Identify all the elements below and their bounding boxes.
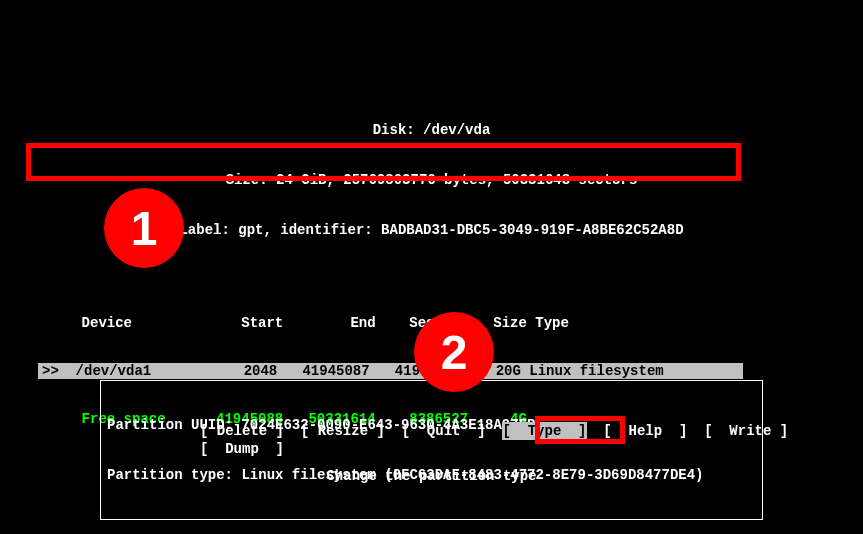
quit-button[interactable]: [ Quit ] [402, 423, 486, 439]
dump-button[interactable]: [ Dump ] [200, 441, 284, 457]
menu-bar: [ Delete ] [ Resize ] [ Quit ] [ Type ] … [0, 422, 863, 458]
annotation-badge-1: 1 [104, 188, 184, 268]
terminal-screen: Disk: /dev/vda Size: 24 GiB, 25769803776… [0, 0, 863, 534]
help-button[interactable]: [ Help ] [603, 423, 687, 439]
hint-text: Change the partition type [0, 468, 863, 484]
delete-button[interactable]: [ Delete ] [200, 423, 284, 439]
annotation-badge-2: 2 [414, 312, 494, 392]
disk-size: Size: 24 GiB, 25769803776 bytes, 5033164… [8, 172, 855, 189]
type-button[interactable]: [ Type ] [502, 422, 586, 440]
resize-button[interactable]: [ Resize ] [301, 423, 385, 439]
disk-title: Disk: /dev/vda [8, 122, 855, 139]
write-button[interactable]: [ Write ] [704, 423, 788, 439]
